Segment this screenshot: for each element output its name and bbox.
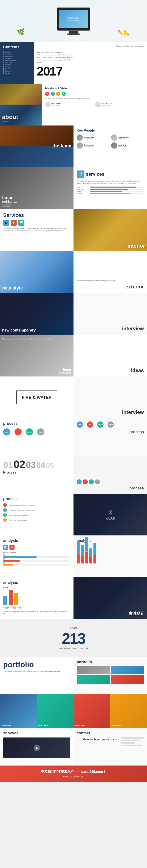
person-info-2: Sarah Johnson Design Director [101,103,112,106]
big-num-01: 01 [3,461,13,469]
analysis-left-panel: analysis 📊 5 Graphic Design 50% 25% 15% [0,535,74,577]
key-avatar-2 [111,134,117,141]
a2-value-3: 55% [18,608,22,610]
companies-content: Over 213 companies have chosen us! [59,626,88,650]
bar-fill-3 [90,191,122,192]
step-desc-3: Testing and quality assurance [8,515,28,516]
new-style-image: new style [0,251,74,293]
service-icon-1: ⚙ [3,220,9,226]
pct-bar-fill-2 [3,560,20,562]
arrow-1: → [11,431,14,433]
play-triangle-icon: ▶ [36,746,38,750]
services-icon-box [77,170,84,178]
timur2-info: timur rodrigurez [59,368,71,374]
bar-group-2 [81,545,84,563]
mission-badge-1: M [45,92,49,96]
passion-quote-text: "Our passion may steer the project but t… [2,338,71,340]
person-info-1: Michael Walker CEO & Founder [51,103,62,106]
interior-label: interior [127,243,145,249]
mission-badge-2: V [51,92,55,96]
key-person-info-1: Michael Walker CEO & Founder [84,136,95,139]
ideas-label: ideas [131,368,144,373]
process-circles-row-1: ideas → develop → deliver → result [3,428,70,435]
chart-icon [78,172,82,176]
contact-url: http://www.classicavision.com [77,737,119,746]
companies-number: 213 [59,631,88,646]
contents-item: Analysis [3,66,30,67]
slide-contents: Contents About Us The Team Key People Se… [0,42,147,84]
showreel-video-placeholder: ▶ [3,738,70,758]
svg-rect-2 [81,173,81,176]
contact-info-rows [121,737,144,746]
step-num-3: 3 [3,513,7,517]
interior-image: interior [74,209,147,251]
key-person-1: Michael Walker CEO & Founder [77,134,109,141]
contents-item: Key People [3,56,30,57]
process-left-1: process ideas → develop → deliver → resu… [0,418,74,456]
laptop-image [0,147,74,167]
mini-c3 [89,479,94,485]
arrow-2: → [23,431,25,433]
portfolio-img-4: Project Name [110,694,147,728]
contact-info-1 [121,737,144,739]
chart-bar-4b [89,557,92,563]
person-avatar-1 [45,102,51,107]
step-item-4: 4 Final delivery and deployment [3,518,70,522]
portfolio-grid [77,666,144,684]
contact-title: contact [77,731,144,735]
key-person-info-2: Sarah Johnson Design Director [118,136,129,139]
contents-sidebar: Contents About Us The Team Key People Se… [0,42,33,84]
monitor: 个性服务 企业ppt Business Presentation [57,7,90,31]
portfolio-item-2 [111,666,144,674]
step-num-4: 4 [3,518,7,522]
about-image-panel: about caption [0,84,42,125]
bar-group-3 [85,537,88,563]
process-steps-left: process 1 Initial planning and concept d… [0,494,74,535]
services-desc: "My passion and great excitement for per… [3,227,70,232]
exterior-panel: Modern exterior design solutions for con… [74,251,147,293]
chart-bar-1b [77,554,80,563]
interview-label-3: interview [122,409,144,415]
analysis2-labels: Impression 40% Think 70% Result 55% [3,606,70,610]
new-contemporary-panel: new contemporary [0,293,74,335]
timur2-name: timur [59,368,71,371]
bar-label-3: Strategy [77,191,89,192]
monitor-container: 🌿 个性服务 企业ppt Business Presentation 等乌阿特 … [0,0,147,42]
slide-new-contemporary: new contemporary interview [0,293,147,335]
play-button-icon[interactable]: ▶ [33,745,40,751]
a2-label-text-2: Think [13,606,16,608]
monitor-stand [69,31,78,33]
services-main-panel: Services ⚙ 🎨 📊 "My passion and great exc… [0,209,74,251]
footer-main-text: 更多精品PPT资源尽在——sucai999.com！ [41,770,106,774]
slide-numbered-process: 01 02 03 04 05 Process process [0,456,147,494]
person-card-2: Sarah Johnson Design Director [95,102,144,107]
graphic-design-label: Graphic Design [3,551,70,553]
analysis-title-1: analysis [3,538,70,543]
services-page-title: Services [3,212,70,218]
portfolio-item-1 [77,666,110,674]
key-person-info-3: Tom Richards Lead Developer [84,144,94,147]
portfolio-img-bg-4 [110,694,147,728]
a2-bar-3 [14,593,18,605]
interview-panel-1: interview [74,293,147,335]
footer-banner: 更多精品PPT资源尽在——sucai999.com！ www.sucai999.… [0,766,147,782]
fire-water-text: FIRE & WATER [22,394,52,401]
process-img-text: 古时观看 [106,517,115,520]
exterior-label: exterior [77,284,144,290]
new-style-panel: new style [0,251,74,293]
contact-info-3 [121,742,135,744]
screen-subtitle: Business Presentation [67,20,80,21]
showreel-panel: showreel ▶ [0,728,74,766]
contents-item: Portfolio [3,68,30,70]
services-title: services [86,172,104,177]
process-circle-result: result [37,428,44,435]
slide-analysis-1: analysis 📊 5 Graphic Design 50% 25% 15% … [0,535,147,577]
bar-label-2: Development [77,189,89,190]
timur2-lastname: rodrigurez [59,371,71,374]
pct-bar-track-1 [3,556,70,558]
mini-circles [77,479,144,485]
contact-info-4 [121,745,142,746]
fire-water-box: FIRE & WATER [16,391,57,404]
portfolio-desc: A collection of our finest work and crea… [3,670,70,673]
analysis-icon-1: 📊 [3,545,8,550]
